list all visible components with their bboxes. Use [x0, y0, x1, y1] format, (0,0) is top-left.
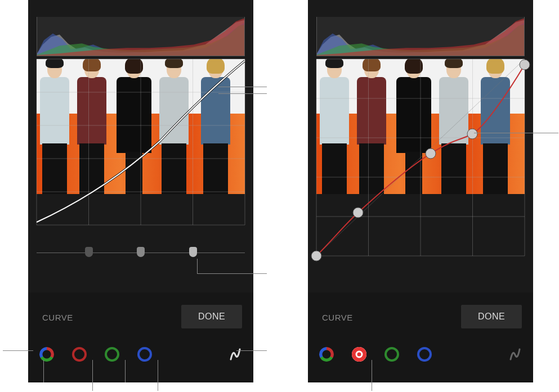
- rgb-channel-button[interactable]: [39, 347, 54, 362]
- photo-subject: [439, 60, 468, 194]
- channel-selector-row: [319, 343, 522, 366]
- curve-footer: CURVE DONE: [308, 292, 533, 382]
- callout-leader: [236, 350, 267, 351]
- channel-selector-row: [39, 343, 242, 366]
- blue-channel-button[interactable]: [137, 347, 152, 362]
- photo-subject: [396, 60, 431, 194]
- rgb-channel-button[interactable]: [319, 347, 334, 362]
- histogram-svg: [37, 17, 244, 56]
- photo-subject: [201, 60, 230, 194]
- callout-leader: [43, 360, 44, 382]
- curve-panel-point: CURVE DONE: [308, 0, 533, 382]
- histogram: [316, 17, 525, 56]
- callout-leader: [125, 360, 126, 382]
- point-curve-mode-button[interactable]: [507, 347, 522, 362]
- shadows-split-handle[interactable]: [85, 247, 93, 257]
- photo-subject: [320, 60, 349, 194]
- callout-leader: [197, 259, 198, 273]
- done-button[interactable]: DONE: [181, 305, 242, 328]
- highlights-split-handle[interactable]: [189, 247, 197, 257]
- curve-point[interactable]: [353, 208, 363, 218]
- done-button-label: DONE: [198, 312, 225, 322]
- curve-point[interactable]: [311, 251, 321, 261]
- photo-preview: [316, 59, 525, 194]
- blue-channel-button[interactable]: [417, 347, 432, 362]
- callout-leader: [218, 93, 267, 94]
- photo-subject: [40, 60, 69, 194]
- curve-panel-parametric: CURVE DONE: [28, 0, 253, 382]
- callout-leader: [3, 350, 33, 351]
- done-button[interactable]: DONE: [461, 305, 522, 328]
- done-button-label: DONE: [478, 312, 505, 322]
- callout-leader: [158, 360, 158, 391]
- curve-footer: CURVE DONE: [28, 292, 253, 382]
- photo-preview: [37, 59, 245, 194]
- histogram: [37, 17, 245, 56]
- green-channel-button[interactable]: [384, 347, 399, 362]
- point-curve-mode-button[interactable]: [227, 347, 242, 362]
- red-channel-button[interactable]: [72, 347, 87, 362]
- callout-leader: [372, 360, 372, 391]
- callout-leader: [218, 87, 267, 87]
- photo-subject: [159, 60, 189, 194]
- red-channel-button[interactable]: [352, 347, 366, 362]
- callout-leader: [92, 360, 93, 391]
- photo-subject: [77, 60, 106, 194]
- green-channel-button[interactable]: [105, 347, 119, 362]
- callout-leader: [474, 133, 558, 133]
- midtones-split-handle[interactable]: [137, 247, 145, 257]
- photo-subject: [117, 60, 151, 194]
- curve-section-label: CURVE: [42, 313, 73, 322]
- photo-subject: [481, 60, 510, 194]
- parametric-region-sliders[interactable]: [37, 245, 245, 262]
- curve-section-label: CURVE: [322, 313, 353, 322]
- photo-subject: [357, 60, 386, 194]
- callout-leader: [197, 273, 267, 274]
